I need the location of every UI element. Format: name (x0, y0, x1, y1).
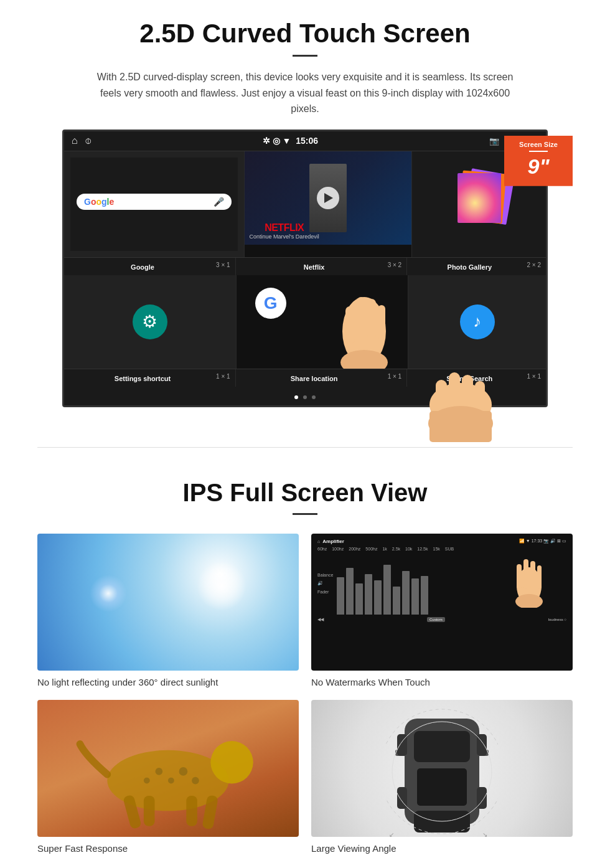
nav-dot-3[interactable] (312, 395, 316, 399)
status-icons: ✲ ◎ ▼ (263, 136, 291, 146)
gallery-card-1 (458, 173, 501, 223)
play-button[interactable] (317, 187, 339, 209)
amp-screen: ⌂ Amplifier 📶 ▼ 17:33 📷 🔊 ⊠ ▭ 60hz100hz2… (311, 534, 573, 671)
google-search-bar[interactable]: Google 🎤 (77, 194, 232, 210)
status-bar-center: ✲ ◎ ▼ 15:06 (92, 136, 489, 146)
play-triangle (324, 193, 333, 203)
svg-rect-15 (523, 559, 528, 589)
sunlight-bg (37, 534, 299, 671)
maps-g-icon: G (255, 288, 286, 319)
svg-rect-14 (517, 564, 522, 589)
svg-point-25 (155, 768, 162, 775)
google-logo: Google (84, 197, 114, 207)
svg-point-26 (168, 777, 174, 783)
svg-point-20 (210, 741, 253, 783)
section1-divider (293, 55, 317, 57)
svg-rect-31 (414, 731, 470, 762)
netflix-cell[interactable]: NETFLIX Continue Marvel's Daredevil (245, 151, 413, 257)
netflix-bg: NETFLIX Continue Marvel's Daredevil (245, 151, 412, 245)
amp-labels-side: Balance 🔊 Fader (315, 552, 569, 615)
amp-status-bar: ⌂ Amplifier 📶 ▼ 17:33 📷 🔊 ⊠ ▭ (315, 537, 569, 545)
hand-on-screen-svg (510, 552, 548, 608)
eq-bar-6 (383, 565, 391, 615)
feature-cheetah-image (37, 700, 299, 837)
amp-title: Amplifier (322, 539, 344, 544)
settings-grid-size: 1 × 1 (216, 373, 230, 380)
hand-on-screen (510, 552, 548, 608)
car-bg: ↙ ↘ (311, 700, 573, 837)
settings-icon-bg: ⚙ (133, 304, 167, 339)
gallery-app-name: Photo Gallery (448, 263, 492, 271)
svg-rect-1 (345, 306, 355, 344)
svg-point-28 (144, 777, 150, 783)
amp-footer-row: ◀◀ Custom loudness ○ (315, 615, 569, 625)
svg-rect-17 (537, 565, 542, 589)
feature-amplifier-caption: No Watermarks When Touch (311, 677, 573, 687)
sunlight-flare (197, 561, 246, 611)
feature-sunlight-image (37, 534, 299, 671)
netflix-info: NETFLIX Continue Marvel's Daredevil (250, 222, 319, 240)
google-label-cell: Google 3 × 1 (64, 258, 236, 275)
netflix-app-name: Netflix (304, 263, 325, 271)
music-icon-bg: ♪ (460, 304, 495, 339)
eq-bar-9 (411, 578, 419, 615)
netflix-grid-size: 3 × 2 (388, 262, 402, 268)
settings-cell[interactable]: ⚙ (64, 275, 237, 369)
feature-amplifier: ⌂ Amplifier 📶 ▼ 17:33 📷 🔊 ⊠ ▭ 60hz100hz2… (311, 534, 573, 687)
eq-bar-5 (374, 580, 382, 615)
eq-bar-8 (402, 571, 410, 615)
feature-sunlight-caption: No light reflecting under 360° direct su… (37, 677, 299, 687)
page-container: 2.5D Curved Touch Screen With 2.5D curve… (0, 0, 610, 868)
extending-hand (411, 367, 510, 445)
svg-rect-23 (186, 796, 197, 826)
maps-grid-size: 1 × 1 (388, 373, 402, 380)
feature-sunlight: No light reflecting under 360° direct su… (37, 534, 299, 687)
section2: IPS Full Screen View No light reflecting… (0, 473, 610, 868)
device-wrapper: Screen Size 9" ⌂ ⌽ ✲ ◎ ▼ 15:06 (37, 130, 573, 407)
svg-rect-22 (144, 796, 155, 826)
amp-loudness-label: loudness ○ (548, 618, 566, 621)
eq-bars-container (337, 552, 566, 615)
section-divider (37, 447, 573, 448)
eq-bar-4 (365, 574, 372, 615)
nav-dot-1[interactable] (294, 395, 298, 399)
eq-bar-10 (421, 576, 428, 615)
settings-app-name: Settings shortcut (115, 375, 171, 382)
netflix-subtitle: Continue Marvel's Daredevil (250, 234, 319, 240)
svg-rect-2 (357, 297, 365, 341)
google-grid-size: 3 × 1 (216, 262, 230, 268)
amp-nav-icons: ◀◀ (317, 617, 324, 622)
settings-label-cell: Settings shortcut 1 × 1 (64, 369, 236, 387)
home-icon[interactable]: ⌂ (72, 135, 78, 146)
svg-point-27 (179, 767, 188, 776)
app-labels-row1: Google 3 × 1 Netflix 3 × 2 Photo Gallery… (64, 257, 546, 275)
feature-car-image: ↙ ↘ (311, 700, 573, 837)
feature-amplifier-image: ⌂ Amplifier 📶 ▼ 17:33 📷 🔊 ⊠ ▭ 60hz100hz2… (311, 534, 573, 671)
eq-bar-1 (337, 577, 344, 615)
google-app-name: Google (131, 263, 154, 271)
eq-bar-3 (355, 583, 363, 615)
feature-cheetah-caption: Super Fast Response (37, 843, 299, 854)
nav-dot-2[interactable] (303, 395, 307, 399)
mic-icon[interactable]: 🎤 (214, 197, 224, 207)
gallery-grid-size: 2 × 2 (527, 262, 541, 268)
maps-cell[interactable]: G (237, 275, 409, 369)
google-cell[interactable]: Google 🎤 (64, 151, 245, 257)
netflix-label-cell: Netflix 3 × 2 (236, 258, 408, 275)
amp-custom-btn[interactable]: Custom (427, 617, 445, 622)
section1-description: With 2.5D curved-display screen, this de… (87, 69, 523, 117)
google-cell-content: Google 🎤 (70, 158, 238, 251)
status-bar: ⌂ ⌽ ✲ ◎ ▼ 15:06 📷 🔊 ⊠ ▭ (64, 131, 546, 151)
section1: 2.5D Curved Touch Screen With 2.5D curve… (0, 0, 610, 422)
screen-size-badge: Screen Size 9" (504, 136, 573, 186)
maps-app-name: Share location (291, 375, 338, 382)
car-top-svg: ↙ ↘ (386, 700, 498, 837)
amp-icons: 📶 ▼ 17:33 📷 🔊 ⊠ ▭ (519, 539, 566, 544)
camera-icon: 📷 (489, 136, 499, 146)
eq-bar-7 (393, 587, 400, 615)
section2-title: IPS Full Screen View (37, 479, 573, 507)
svg-rect-32 (417, 768, 467, 806)
cheetah-svg (37, 700, 299, 837)
netflix-logo: NETFLIX (250, 222, 319, 234)
sound-search-cell[interactable]: ♪ (408, 275, 546, 369)
